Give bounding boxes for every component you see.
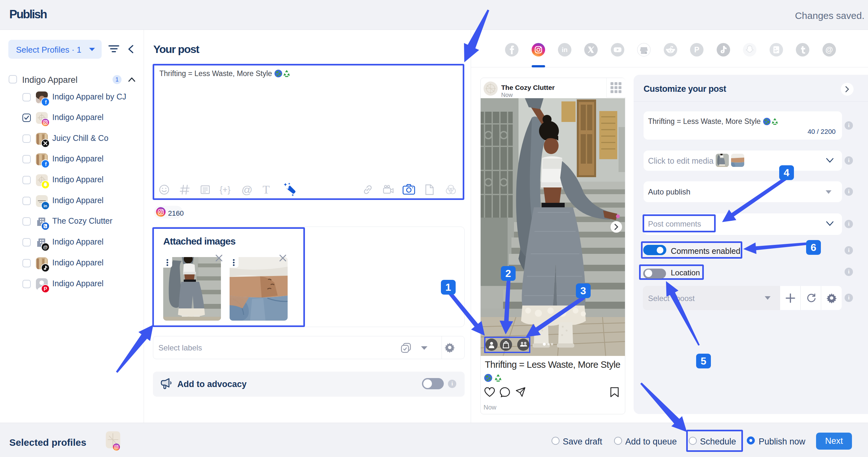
svg-text:in: in <box>43 203 48 208</box>
svg-text:P: P <box>43 286 47 292</box>
svg-text:f: f <box>45 99 47 105</box>
svg-text:@: @ <box>825 45 833 54</box>
svg-text:@: @ <box>43 244 48 250</box>
svg-text:G: G <box>645 51 647 54</box>
svg-text:f: f <box>45 162 47 167</box>
svg-text:P: P <box>694 45 699 54</box>
svg-text:in: in <box>562 46 567 53</box>
